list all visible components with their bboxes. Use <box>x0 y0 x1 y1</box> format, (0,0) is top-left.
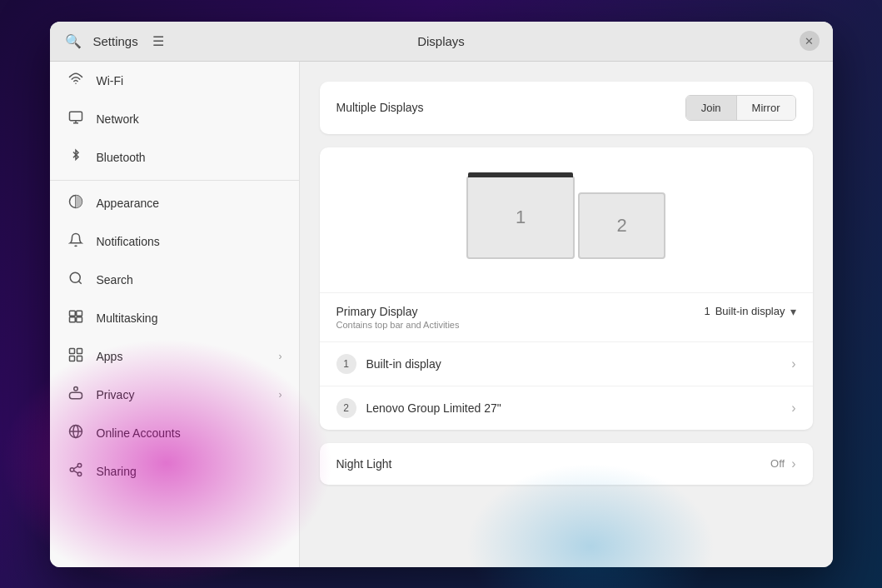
svg-rect-7 <box>69 311 75 316</box>
search-icon-button[interactable]: 🔍 <box>63 31 83 51</box>
panel-title: Displays <box>417 34 465 48</box>
notifications-icon <box>67 232 85 251</box>
svg-rect-13 <box>69 356 74 361</box>
svg-point-20 <box>70 467 74 471</box>
sidebar-item-network[interactable]: Network <box>50 100 299 138</box>
primary-display-header: Primary Display 1 Built-in display ▾ <box>336 305 796 318</box>
sidebar-divider-1 <box>50 180 299 181</box>
privacy-icon <box>67 386 85 404</box>
svg-point-15 <box>73 386 77 391</box>
sidebar-item-bluetooth[interactable]: Bluetooth <box>50 138 299 177</box>
night-light-status: Off <box>770 457 785 470</box>
display-2-chevron-icon: › <box>791 401 795 416</box>
primary-display-section: Primary Display 1 Built-in display ▾ Con… <box>320 292 813 341</box>
svg-point-16 <box>69 425 82 437</box>
settings-window: 🔍 Settings ☰ Displays ✕ <box>50 22 833 567</box>
sidebar-item-search[interactable]: Search <box>50 261 299 299</box>
display-2-number: 2 <box>616 215 626 237</box>
display-2-name: Lenovo Group Limited 27" <box>366 401 792 415</box>
svg-line-22 <box>73 471 77 473</box>
sidebar-item-privacy[interactable]: Privacy › <box>50 376 299 414</box>
night-light-row[interactable]: Night Light Off › <box>320 443 813 485</box>
sidebar-item-notifications[interactable]: Notifications <box>50 222 299 261</box>
primary-display-number: 1 <box>704 305 710 317</box>
close-button[interactable]: ✕ <box>800 31 820 51</box>
sidebar-item-search-label: Search <box>97 273 282 287</box>
svg-rect-8 <box>76 311 82 316</box>
multiple-displays-label: Multiple Displays <box>336 101 685 114</box>
search-icon <box>67 271 85 289</box>
sidebar-item-appearance-label: Appearance <box>97 197 282 210</box>
appearance-icon <box>67 194 85 212</box>
display-settings-card: 1 2 Primary Display 1 Built-in display <box>320 147 813 430</box>
multiple-displays-card: Multiple Displays Join Mirror <box>320 82 813 134</box>
display-2-badge: 2 <box>336 398 356 418</box>
sidebar: Wi-Fi Network <box>50 62 300 567</box>
display-preview: 1 2 <box>320 147 813 292</box>
sidebar-item-bluetooth-label: Bluetooth <box>97 151 282 164</box>
sidebar-title: Settings <box>93 34 138 48</box>
svg-rect-12 <box>77 348 82 353</box>
svg-point-19 <box>77 463 82 467</box>
svg-line-6 <box>78 281 81 283</box>
sidebar-item-wifi[interactable]: Wi-Fi <box>50 62 299 100</box>
svg-point-5 <box>70 272 80 282</box>
sidebar-item-online-accounts-label: Online Accounts <box>97 426 282 440</box>
primary-display-subtitle: Contains top bar and Activities <box>336 320 796 330</box>
sidebar-item-sharing-label: Sharing <box>97 465 282 478</box>
multitasking-icon <box>67 309 85 327</box>
primary-display-title: Primary Display <box>336 305 705 318</box>
display-1-name: Built-in display <box>366 357 792 371</box>
svg-rect-10 <box>76 316 82 321</box>
sharing-icon <box>67 462 85 481</box>
sidebar-item-appearance[interactable]: Appearance <box>50 184 299 222</box>
display-2-box[interactable]: 2 <box>578 192 665 259</box>
apps-chevron-icon: › <box>279 351 282 362</box>
display-1-box[interactable]: 1 <box>466 176 575 259</box>
join-button[interactable]: Join <box>686 96 737 120</box>
sidebar-item-multitasking-label: Multitasking <box>97 311 282 325</box>
night-light-card: Night Light Off › <box>320 443 813 485</box>
sidebar-item-apps[interactable]: Apps › <box>50 337 299 376</box>
network-icon <box>67 110 85 128</box>
primary-display-select[interactable]: 1 Built-in display ▾ <box>704 305 795 318</box>
display-1-number: 1 <box>516 207 526 228</box>
apps-icon <box>67 347 85 366</box>
sidebar-item-online-accounts[interactable]: Online Accounts <box>50 414 299 452</box>
sidebar-item-notifications-label: Notifications <box>97 235 282 248</box>
svg-point-0 <box>75 82 77 84</box>
svg-rect-14 <box>77 356 82 361</box>
sidebar-item-privacy-label: Privacy <box>97 388 267 401</box>
svg-line-23 <box>73 466 77 468</box>
online-accounts-icon <box>67 424 85 442</box>
sidebar-item-network-label: Network <box>97 112 282 126</box>
display-list-item-1[interactable]: 1 Built-in display › <box>320 341 813 386</box>
right-panel: Multiple Displays Join Mirror 1 <box>300 62 833 567</box>
night-light-chevron-icon: › <box>791 456 795 471</box>
multiple-displays-row: Multiple Displays Join Mirror <box>320 82 813 134</box>
main-content: Wi-Fi Network <box>50 62 833 567</box>
primary-display-selected-label: Built-in display <box>715 305 785 317</box>
wifi-icon <box>67 72 85 90</box>
titlebar-left: 🔍 Settings ☰ <box>63 31 168 51</box>
titlebar-right: ✕ <box>800 31 820 51</box>
display-1-badge: 1 <box>336 354 356 374</box>
sidebar-item-wifi-label: Wi-Fi <box>97 74 282 87</box>
menu-icon-button[interactable]: ☰ <box>148 31 168 51</box>
primary-display-dropdown-icon: ▾ <box>790 305 796 318</box>
sidebar-item-multitasking[interactable]: Multitasking <box>50 299 299 337</box>
display-list-item-2[interactable]: 2 Lenovo Group Limited 27" › <box>320 386 813 430</box>
display-1-chevron-icon: › <box>791 356 795 371</box>
svg-rect-1 <box>69 112 82 121</box>
sidebar-item-apps-label: Apps <box>97 350 267 363</box>
sidebar-item-sharing[interactable]: Sharing <box>50 452 299 491</box>
titlebar: 🔍 Settings ☰ Displays ✕ <box>50 22 833 62</box>
privacy-chevron-icon: › <box>279 389 282 401</box>
svg-point-21 <box>77 472 82 476</box>
bluetooth-icon <box>67 148 85 167</box>
mirror-button[interactable]: Mirror <box>737 96 795 120</box>
svg-point-17 <box>73 425 78 437</box>
display-mode-buttons: Join Mirror <box>685 95 796 121</box>
night-light-label: Night Light <box>336 457 771 471</box>
svg-rect-11 <box>69 348 74 353</box>
